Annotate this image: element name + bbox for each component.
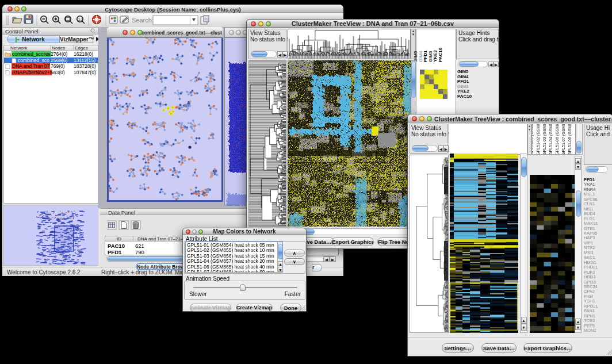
svg-text:Search:: Search:: [132, 17, 154, 24]
svg-text:1:1: 1:1: [78, 18, 83, 21]
